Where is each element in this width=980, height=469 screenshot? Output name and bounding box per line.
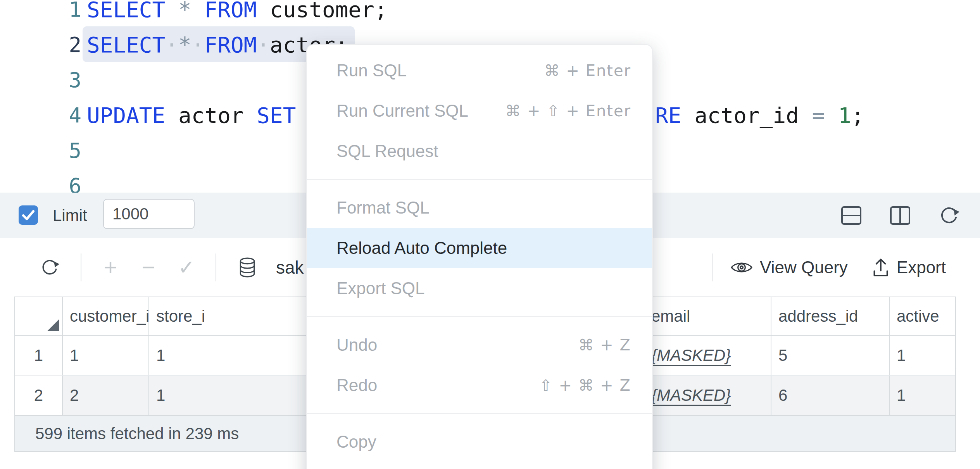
check-icon — [19, 206, 38, 224]
add-row-button[interactable]: + — [102, 254, 119, 281]
code-token: · — [257, 32, 270, 57]
code-token: ; — [851, 102, 864, 128]
code-token: SELECT — [87, 32, 165, 57]
menu-item-run-sql[interactable]: Run SQL⌘ + Enter — [307, 50, 652, 91]
menu-item-reload-auto-complete[interactable]: Reload Auto Complete — [307, 228, 652, 268]
code-token: SELECT — [87, 0, 165, 22]
view-query-button[interactable]: View Query — [730, 258, 848, 277]
split-vertical-button[interactable] — [889, 205, 911, 226]
row-index-cell[interactable]: 2 — [15, 376, 63, 415]
table-cell[interactable]: {MASKED} — [644, 336, 771, 375]
menu-divider — [307, 179, 652, 180]
line-number: 5 — [0, 138, 81, 162]
code-token: · — [192, 32, 205, 57]
line-number: 4 — [0, 103, 81, 127]
context-menu: Run SQL⌘ + EnterRun Current SQL⌘ + ⇧ + E… — [306, 44, 653, 469]
line-number: 3 — [0, 67, 81, 92]
refresh-results-button[interactable] — [39, 257, 60, 278]
code-text: UPDATE actor SET — [87, 102, 296, 128]
code-token: * — [178, 0, 192, 22]
code-token — [192, 0, 205, 22]
code-token: FROM — [204, 32, 257, 57]
menu-item-label: Reload Auto Complete — [336, 238, 507, 258]
code-token: actor_id — [681, 102, 812, 128]
line-number: 1 — [0, 0, 81, 21]
code-token: actor — [165, 102, 257, 128]
column-header-email[interactable]: email — [644, 297, 771, 336]
menu-item-label: Redo — [336, 376, 377, 395]
menu-item-label: Run Current SQL — [336, 101, 468, 121]
view-query-label: View Query — [760, 258, 848, 277]
menu-item-sql-request[interactable]: SQL Request — [307, 131, 652, 171]
code-token — [825, 102, 838, 128]
toolbar-divider — [712, 253, 713, 281]
table-cell[interactable]: 2 — [63, 376, 149, 415]
split-vertical-icon — [889, 205, 911, 226]
column-header-address_id[interactable]: address_id — [771, 297, 890, 336]
limit-input[interactable] — [103, 199, 195, 229]
column-header-active[interactable]: active — [890, 297, 955, 336]
apply-changes-button[interactable]: ✓ — [178, 256, 195, 279]
limit-label: Limit — [53, 193, 87, 238]
menu-item-shortcut: ⇧ + ⌘ + Z — [539, 376, 631, 394]
menu-item-shortcut: ⌘ + ⇧ + Enter — [505, 102, 631, 120]
line-number: 6 — [0, 173, 81, 193]
menu-divider — [307, 413, 652, 414]
table-cell[interactable]: 1 — [63, 336, 149, 375]
line-number: 2 — [0, 32, 81, 57]
menu-item-run-current-sql[interactable]: Run Current SQL⌘ + ⇧ + Enter — [307, 91, 652, 131]
menu-item-copy[interactable]: Copy — [307, 422, 652, 462]
row-index-cell[interactable]: 1 — [15, 336, 63, 375]
menu-item-format-sql[interactable]: Format SQL — [307, 188, 652, 228]
code-text: SELECT * FROM customer; — [87, 0, 387, 22]
code-token: 1 — [838, 102, 851, 128]
code-line[interactable]: 1SELECT * FROM customer; — [0, 0, 980, 27]
table-cell[interactable]: 1 — [890, 376, 955, 415]
code-token: * — [178, 32, 192, 57]
refresh-icon — [40, 257, 60, 278]
split-horizontal-button[interactable] — [840, 205, 862, 226]
table-cell[interactable]: 5 — [771, 336, 890, 375]
code-text-tail: RE actor_id = 1; — [655, 102, 864, 128]
code-token — [165, 0, 178, 22]
toolbar-divider — [81, 253, 81, 281]
sort-corner-icon — [47, 319, 59, 331]
status-text: 599 items fetched in 239 ms — [35, 424, 239, 443]
delete-row-button[interactable]: − — [140, 254, 157, 281]
code-token: · — [165, 32, 178, 57]
code-token: UPDATE — [87, 102, 165, 128]
toolbar-divider — [216, 253, 216, 281]
table-cell[interactable]: 6 — [771, 376, 890, 415]
table-cell[interactable]: 1 — [890, 336, 955, 375]
export-button[interactable]: Export — [872, 257, 946, 278]
database-selector[interactable] — [236, 257, 258, 278]
export-label: Export — [897, 258, 946, 277]
export-upload-icon — [872, 257, 890, 278]
database-icon — [238, 257, 256, 278]
menu-item-label: Format SQL — [336, 198, 430, 217]
code-token: = — [812, 102, 825, 128]
menu-item-label: Run SQL — [336, 61, 407, 80]
refresh-icon — [938, 205, 960, 226]
menu-item-redo[interactable]: Redo⇧ + ⌘ + Z — [307, 365, 652, 405]
menu-item-label: Undo — [336, 335, 377, 355]
eye-icon — [730, 260, 753, 275]
code-token: RE — [655, 102, 681, 128]
database-name-label[interactable]: sak — [276, 257, 304, 278]
menu-item-shortcut: ⌘ + Enter — [544, 62, 631, 79]
menu-item-shortcut: ⌘ + Z — [578, 336, 631, 354]
refresh-editor-button[interactable] — [938, 205, 960, 226]
split-horizontal-icon — [840, 205, 862, 226]
table-cell[interactable]: {MASKED} — [644, 376, 771, 415]
select-all-header-cell[interactable] — [15, 297, 63, 336]
menu-divider — [307, 316, 652, 317]
menu-item-export-sql[interactable]: Export SQL — [307, 268, 652, 309]
menu-item-undo[interactable]: Undo⌘ + Z — [307, 325, 652, 365]
column-header-customer_id[interactable]: customer_id — [63, 297, 149, 336]
code-token: customer; — [257, 0, 387, 22]
code-token: FROM — [204, 0, 257, 22]
code-token: SET — [257, 102, 296, 128]
menu-item-label: Copy — [336, 432, 376, 452]
menu-item-label: Export SQL — [336, 279, 424, 298]
limit-checkbox[interactable] — [19, 205, 38, 225]
